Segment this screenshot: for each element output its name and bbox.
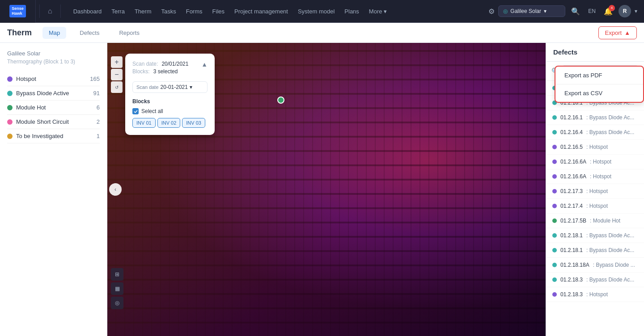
select-all-label: Select all: [141, 108, 163, 114]
defect-list-item[interactable]: 01.2.17.3 : Hotspot: [546, 184, 644, 199]
popup-collapse-button[interactable]: ▲: [201, 61, 208, 68]
workspace-selector[interactable]: ◎ Galilee Solar ▾: [498, 5, 565, 17]
nav-plans[interactable]: Plans: [340, 5, 364, 17]
defect-dot: [552, 174, 557, 179]
block-tag-list: INV 01 INV 02 INV 03: [132, 118, 208, 128]
defect-type: : Hotspot: [586, 291, 608, 298]
blocks-value: 3 selected: [153, 68, 178, 75]
select-all-checkbox[interactable]: Select all: [132, 108, 208, 114]
search-icon[interactable]: 🔍: [569, 5, 582, 18]
logo[interactable]: SenseHawk: [0, 0, 36, 23]
nav-tasks[interactable]: Tasks: [157, 5, 180, 17]
defect-dot: [552, 204, 557, 208]
nav-divider-2: [60, 4, 61, 18]
nav-system-model[interactable]: System model: [293, 5, 339, 17]
defect-list-item[interactable]: 01.2.16.6A : Hotspot: [546, 155, 644, 169]
defect-list-item[interactable]: 01.2.16.5 : Hotspot: [546, 140, 644, 155]
tab-defects[interactable]: Defects: [73, 27, 106, 39]
defect-dot: [552, 263, 557, 267]
export-csv[interactable]: Export as CSV: [555, 84, 643, 102]
scan-date-selected: 20-01-2021: [161, 84, 188, 90]
grid-mini-button[interactable]: ▦: [111, 282, 123, 295]
blocks-title: Blocks: [132, 98, 208, 105]
scan-info: Scan date: 20/01/2021 Blocks: 3 selected: [132, 61, 188, 76]
legend-item[interactable]: Module Hot 6: [7, 101, 100, 115]
nav-project-management[interactable]: Project management: [230, 5, 292, 17]
page-nav: Therm Map Defects Reports Export ▲ Expor…: [0, 23, 644, 43]
legend-count: 6: [97, 104, 100, 111]
legend-label: Bypass Diode Active: [16, 90, 69, 97]
defect-id: 01.2.16.1: [560, 114, 583, 121]
legend-dot: [7, 119, 13, 125]
sidebar-site: Galilee Solar: [7, 50, 100, 57]
home-icon[interactable]: ⌂: [43, 7, 57, 15]
workspace-icon: ◎: [503, 8, 508, 14]
map-zoom-controls: + − ↺: [111, 56, 123, 93]
legend-count: 165: [90, 76, 100, 82]
tab-map[interactable]: Map: [42, 27, 66, 39]
map-prev-button[interactable]: ‹: [109, 183, 122, 196]
language-selector[interactable]: EN: [586, 6, 598, 17]
defect-type: : Hotspot: [586, 144, 608, 150]
legend-item[interactable]: Bypass Diode Active 91: [7, 86, 100, 101]
nav-forms[interactable]: Forms: [182, 5, 207, 17]
defect-type: : Hotspot: [586, 188, 608, 194]
export-button[interactable]: Export ▲: [598, 26, 637, 39]
defect-list-item[interactable]: 01.2.16.1 : Bypass Diode Ac...: [546, 110, 644, 125]
legend-count: 1: [97, 133, 100, 139]
defect-dot: [552, 277, 557, 282]
left-sidebar: Galilee Solar Thermography (Block 1 to 3…: [0, 43, 107, 336]
nav-right: ⚙ ◎ Galilee Solar ▾ 🔍 EN 🔔 4 R ▾: [488, 5, 644, 18]
defect-id: 01.2.16.5: [560, 144, 583, 150]
zoom-reset-button[interactable]: ↺: [111, 81, 123, 93]
block-tag-inv03[interactable]: INV 03: [182, 118, 205, 128]
defect-list-item[interactable]: 01.2.18.3 : Bypass Diode Ac...: [546, 273, 644, 287]
defect-id: 01.2.16.6A: [560, 159, 586, 165]
defect-type: : Bypass Diode Ac...: [586, 114, 634, 121]
blocks-section: Blocks Select all INV 01 INV 02 INV 03: [132, 98, 208, 128]
block-tag-inv01[interactable]: INV 01: [132, 118, 156, 128]
nav-dashboard[interactable]: Dashboard: [69, 5, 106, 17]
export-dropdown: Export as PDF Export as CSV: [555, 66, 644, 103]
defect-list-item[interactable]: 01.2.18.1 : Bypass Diode Ac...: [546, 228, 644, 243]
nav-files[interactable]: Files: [208, 5, 229, 17]
defect-id: 01.2.18.18A: [560, 262, 589, 268]
defect-list-item[interactable]: 01.2.17.4 : Hotspot: [546, 199, 644, 214]
nav-more[interactable]: More ▾: [364, 5, 392, 17]
legend-item[interactable]: Hotspot 165: [7, 72, 100, 86]
zoom-in-button[interactable]: +: [111, 56, 123, 68]
defect-id: 01.2.16.4: [560, 129, 583, 135]
settings-icon[interactable]: ⚙: [488, 7, 495, 16]
defect-type: : Hotspot: [590, 159, 611, 165]
defect-list-item[interactable]: 01.2.16.6A : Hotspot: [546, 169, 644, 184]
notifications-bell[interactable]: 🔔 4: [602, 5, 615, 18]
tab-reports[interactable]: Reports: [113, 27, 146, 39]
target-mini-button[interactable]: ◎: [111, 297, 123, 309]
legend-item[interactable]: To be Investigated 1: [7, 129, 100, 143]
defect-dot: [552, 115, 557, 120]
workspace-name: Galilee Solar: [510, 8, 541, 14]
scan-date-dropdown[interactable]: Scan date 20-01-2021 ▾: [132, 81, 208, 93]
user-avatar[interactable]: R: [619, 5, 631, 17]
layers-mini-button[interactable]: ⊞: [111, 268, 123, 281]
export-pdf[interactable]: Export as PDF: [555, 67, 643, 84]
defect-type: : Bypass Diode Ac...: [586, 232, 634, 239]
block-tag-inv02[interactable]: INV 02: [157, 118, 181, 128]
defect-type: : Bypass Diode ...: [593, 262, 635, 268]
defect-list-item[interactable]: 01.2.18.18A : Bypass Diode ...: [546, 258, 644, 273]
defect-id: 01.2.18.3: [560, 291, 583, 298]
scan-date-label-2: Scan date: [136, 84, 159, 90]
nav-terra[interactable]: Terra: [107, 5, 129, 17]
defect-list-item[interactable]: 01.2.17.5B : Module Hot: [546, 214, 644, 228]
avatar-chevron[interactable]: ▾: [635, 8, 637, 14]
defect-dot: [552, 130, 557, 134]
defect-list-item[interactable]: 01.2.18.1 : Bypass Diode Ac...: [546, 243, 644, 258]
legend-item[interactable]: Module Short Circuit 2: [7, 115, 100, 129]
nav-therm[interactable]: Therm: [130, 5, 156, 17]
defect-type: : Hotspot: [590, 173, 611, 180]
top-navigation: SenseHawk ⌂ Dashboard Terra Therm Tasks …: [0, 0, 644, 23]
legend-count: 91: [93, 90, 100, 97]
defect-list-item[interactable]: 01.2.16.4 : Bypass Diode Ac...: [546, 125, 644, 140]
zoom-out-button[interactable]: −: [111, 69, 123, 80]
defect-list-item[interactable]: 01.2.18.3 : Hotspot: [546, 287, 644, 302]
